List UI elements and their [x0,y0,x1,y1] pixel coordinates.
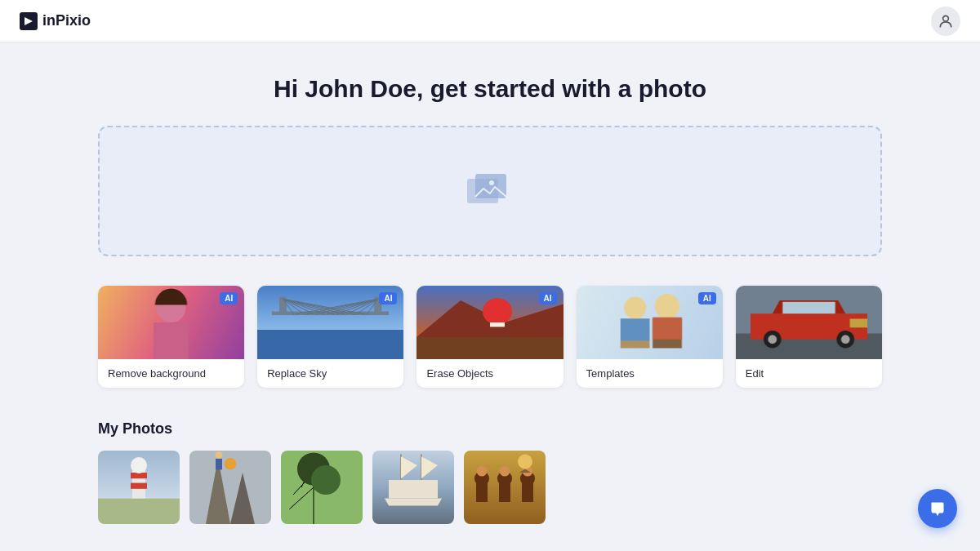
logo-icon [20,12,38,30]
upload-area[interactable] [98,126,882,256]
feature-card-erase-objects[interactable]: AI Erase Objects [416,286,563,388]
feature-card-edit-label: Edit [736,359,882,388]
feature-card-remove-bg-label: Remove background [98,359,244,388]
feature-card-remove-bg[interactable]: AI Remove background [98,286,244,388]
photo-thumb-4[interactable] [372,451,454,524]
my-photos-section: My Photos [98,420,882,524]
chat-icon [929,500,947,518]
feature-card-erase-objects-image: AI [416,286,563,359]
feature-card-replace-sky[interactable]: AI Replace Sky [257,286,403,388]
upload-icon [467,174,513,208]
feature-card-replace-sky-image: AI [257,286,403,359]
feature-card-templates[interactable]: AI Templates [577,286,723,388]
feature-card-remove-bg-image: AI [98,286,244,359]
logo[interactable]: inPixio [20,12,91,30]
photo-thumb-2[interactable] [189,451,271,524]
ai-badge-remove-bg: AI [220,292,238,304]
logo-text: inPixio [42,12,91,29]
feature-card-templates-image: AI [577,286,723,359]
feature-card-replace-sky-label: Replace Sky [257,359,403,388]
svg-rect-3 [475,174,506,198]
photo-thumb-1[interactable] [98,451,180,524]
feature-card-templates-label: Templates [577,359,723,388]
ai-badge-erase-objects: AI [539,292,557,304]
feature-card-edit[interactable]: Edit [736,286,882,388]
user-icon [938,13,954,29]
photo-thumb-3[interactable] [281,451,363,524]
ai-badge-replace-sky: AI [379,292,397,304]
user-account-button[interactable] [931,7,960,36]
main-content: Hi John Doe, get started with a photo AI… [82,42,898,551]
feature-card-edit-image [736,286,882,359]
page-title: Hi John Doe, get started with a photo [98,75,882,103]
feature-card-erase-objects-label: Erase Objects [416,359,563,388]
svg-point-4 [489,180,494,185]
photos-grid [98,451,882,524]
header: inPixio [0,0,980,42]
chat-support-button[interactable] [918,489,957,528]
photo-thumb-5[interactable] [464,451,546,524]
ai-badge-templates: AI [698,292,716,304]
my-photos-title: My Photos [98,420,882,438]
feature-cards: AI Remove background AI Replace Sky AI E… [98,286,882,388]
svg-marker-0 [24,17,33,25]
svg-point-1 [943,16,949,21]
